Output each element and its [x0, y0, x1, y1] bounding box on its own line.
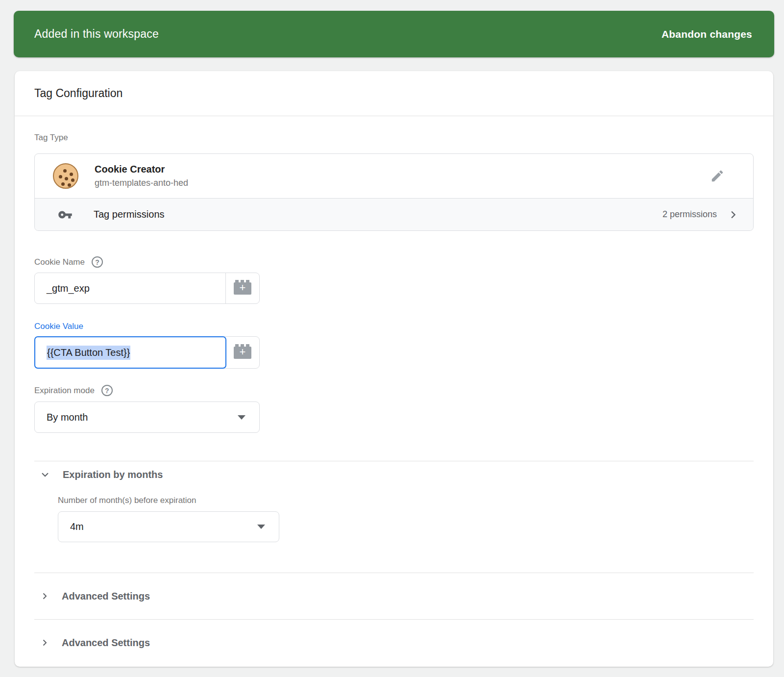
tag-type-label: Tag Type — [34, 133, 754, 143]
advanced-settings-section-1[interactable]: Advanced Settings — [34, 573, 754, 619]
tag-type-texts: Cookie Creator gtm-templates-anto-hed — [95, 164, 710, 188]
caret-down-icon — [238, 415, 245, 420]
expiration-mode-label: Expiration mode — [34, 386, 95, 396]
chevron-right-icon — [39, 637, 50, 648]
tag-configuration-card: Tag Configuration Tag Type Cookie Creato… — [15, 71, 773, 667]
card-body: Tag Type Cookie Creator gtm-templates-an… — [15, 133, 773, 667]
cookie-value-label: Cookie Value — [34, 322, 83, 331]
advanced-settings-section-2[interactable]: Advanced Settings — [34, 620, 754, 666]
chevron-right-icon — [39, 591, 50, 602]
months-count-select[interactable]: 4m — [58, 511, 279, 542]
help-icon[interactable] — [101, 385, 113, 396]
expiration-mode-select[interactable]: By month — [34, 401, 260, 433]
tag-type-box: Cookie Creator gtm-templates-anto-hed Ta… — [34, 153, 754, 231]
workspace-banner: Added in this workspace Abandon changes — [14, 11, 774, 57]
permissions-count: 2 permissions — [662, 209, 717, 220]
variable-picker-button[interactable] — [226, 273, 259, 303]
template-id: gtm-templates-anto-hed — [95, 178, 710, 188]
caret-down-icon — [257, 525, 265, 529]
cookie-name-input[interactable]: _gtm_exp — [35, 273, 226, 303]
banner-title: Added in this workspace — [34, 27, 159, 41]
brick-plus-icon — [234, 347, 251, 359]
brick-plus-icon — [234, 282, 251, 295]
divider — [34, 461, 754, 461]
tag-type-row: Cookie Creator gtm-templates-anto-hed — [35, 154, 753, 198]
section-title: Expiration by months — [63, 469, 163, 480]
section-title: Advanced Settings — [62, 591, 150, 602]
months-count-value: 4m — [70, 521, 84, 532]
pencil-icon[interactable] — [710, 169, 725, 183]
key-icon — [58, 207, 73, 222]
months-count-label: Number of month(s) before expiration — [34, 496, 754, 505]
tag-permissions-row[interactable]: Tag permissions 2 permissions — [35, 198, 753, 230]
expiration-mode-value: By month — [47, 412, 88, 423]
cookie-value-input[interactable]: {{CTA Button Test}} — [35, 337, 226, 368]
card-header: Tag Configuration — [15, 71, 773, 116]
section-title: Advanced Settings — [62, 637, 150, 649]
page-title: Tag Configuration — [34, 87, 122, 100]
abandon-changes-button[interactable]: Abandon changes — [662, 28, 752, 40]
chevron-right-icon — [727, 208, 739, 221]
cookie-value-label-row: Cookie Value — [34, 322, 754, 331]
variable-picker-button[interactable] — [226, 337, 259, 368]
cookie-name-field: _gtm_exp — [34, 273, 260, 304]
expiration-by-months-section[interactable]: Expiration by months — [34, 466, 754, 483]
cookie-name-label: Cookie Name — [34, 257, 85, 267]
help-icon[interactable] — [92, 256, 103, 268]
chevron-down-icon — [39, 469, 51, 480]
cookie-name-label-row: Cookie Name — [34, 256, 754, 268]
template-name: Cookie Creator — [95, 164, 710, 175]
expiration-mode-label-row: Expiration mode — [34, 385, 754, 396]
cookie-icon — [53, 163, 78, 189]
tag-permissions-label: Tag permissions — [94, 209, 662, 220]
selected-text: {{CTA Button Test}} — [47, 346, 130, 360]
cookie-value-field: {{CTA Button Test}} — [34, 336, 260, 369]
